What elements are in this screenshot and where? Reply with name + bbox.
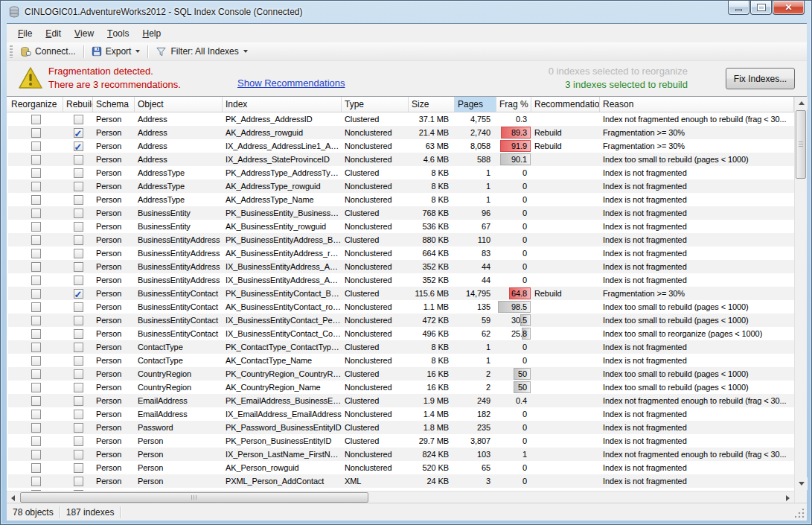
reorganize-checkbox[interactable]	[31, 436, 41, 446]
rebuild-checkbox[interactable]	[74, 276, 83, 285]
rebuild-checkbox[interactable]	[74, 289, 83, 299]
reorganize-checkbox[interactable]	[31, 262, 41, 272]
reorganize-checkbox[interactable]	[31, 356, 41, 366]
reorganize-checkbox[interactable]	[31, 343, 41, 352]
table-row[interactable]: PersonCountryRegionAK_CountryRegion_Name…	[8, 381, 794, 394]
maximize-button[interactable]	[750, 1, 772, 15]
reorganize-checkbox[interactable]	[31, 410, 41, 419]
rebuild-checkbox[interactable]	[74, 463, 83, 473]
rebuild-checkbox[interactable]	[74, 168, 83, 178]
menu-item-tools[interactable]: Tools	[100, 24, 135, 42]
filter-button[interactable]: Filter: All Indexes	[151, 45, 252, 59]
rebuild-checkbox[interactable]	[74, 369, 83, 379]
table-row[interactable]: PersonBusinessEntityAK_BusinessEntity_ro…	[8, 220, 794, 233]
reorganize-checkbox[interactable]	[31, 450, 41, 459]
reorganize-checkbox[interactable]	[31, 155, 41, 165]
table-row[interactable]: PersonBusinessEntityContactPK_BusinessEn…	[8, 287, 794, 300]
rebuild-checkbox[interactable]	[74, 356, 83, 366]
rebuild-checkbox[interactable]	[74, 410, 83, 419]
show-recommendations-link[interactable]: Show Recommendations	[237, 77, 345, 89]
rebuild-checkbox[interactable]	[74, 302, 83, 312]
table-row[interactable]: PersonAddressTypeAK_AddressType_rowguidN…	[8, 179, 794, 193]
fix-indexes-button[interactable]: Fix Indexes...	[726, 68, 795, 89]
column-header-rebuild[interactable]: Rebuild	[63, 97, 93, 112]
table-row[interactable]: PersonAddressPK_Address_AddressIDCluster…	[8, 112, 794, 126]
table-row[interactable]	[8, 488, 794, 491]
scroll-down-button[interactable]	[795, 477, 808, 490]
rebuild-checkbox[interactable]	[74, 155, 83, 165]
table-row[interactable]: PersonBusinessEntityAddressIX_BusinessEn…	[8, 260, 794, 273]
reorganize-checkbox[interactable]	[31, 182, 41, 191]
rebuild-checkbox[interactable]	[74, 115, 83, 124]
table-row[interactable]: PersonPersonPXML_Person_AddContactXML24 …	[8, 474, 794, 488]
reorganize-checkbox[interactable]	[31, 329, 41, 339]
reorganize-checkbox[interactable]	[31, 222, 41, 232]
vertical-scrollbar[interactable]	[794, 97, 807, 503]
reorganize-checkbox[interactable]	[31, 209, 41, 218]
reorganize-checkbox[interactable]	[31, 128, 41, 138]
reorganize-checkbox[interactable]	[31, 235, 41, 245]
column-header-pages[interactable]: Pages	[455, 97, 496, 112]
reorganize-checkbox[interactable]	[31, 316, 41, 325]
rebuild-checkbox[interactable]	[74, 316, 83, 325]
menu-item-help[interactable]: Help	[135, 24, 167, 42]
column-header-index[interactable]: Index	[223, 97, 342, 112]
column-header-schema[interactable]: Schema	[93, 97, 135, 112]
table-row[interactable]: PersonBusinessEntityAddressAK_BusinessEn…	[8, 246, 794, 260]
table-row[interactable]: PersonBusinessEntityContactIX_BusinessEn…	[8, 314, 794, 327]
table-row[interactable]: PersonBusinessEntityAddressPK_BusinessEn…	[8, 233, 794, 246]
rebuild-checkbox[interactable]	[74, 396, 83, 406]
horizontal-scrollbar-thumb[interactable]	[20, 492, 368, 503]
table-row[interactable]: PersonAddressAK_Address_rowguidNoncluste…	[8, 126, 794, 139]
reorganize-checkbox[interactable]	[31, 369, 41, 379]
reorganize-checkbox[interactable]	[31, 195, 41, 205]
column-header-recommendation[interactable]: Recommendation	[531, 97, 600, 112]
rebuild-checkbox[interactable]	[74, 423, 83, 433]
table-row[interactable]: PersonBusinessEntityPK_BusinessEntity_Bu…	[8, 206, 794, 220]
vertical-scrollbar-track[interactable]	[795, 179, 807, 477]
table-row[interactable]: PersonAddressIX_Address_StateProvinceIDN…	[8, 153, 794, 166]
rebuild-checkbox[interactable]	[74, 490, 83, 491]
scroll-up-button[interactable]	[795, 97, 808, 109]
connect-button[interactable]: Connect...	[16, 45, 80, 59]
horizontal-scrollbar-track[interactable]	[369, 491, 781, 503]
table-row[interactable]: PersonBusinessEntityContactAK_BusinessEn…	[8, 300, 794, 314]
reorganize-checkbox[interactable]	[31, 249, 41, 258]
reorganize-checkbox[interactable]	[31, 396, 41, 406]
reorganize-checkbox[interactable]	[31, 477, 41, 486]
column-header-object[interactable]: Object	[135, 97, 223, 112]
rebuild-checkbox[interactable]	[74, 235, 83, 245]
table-row[interactable]: PersonBusinessEntityAddressIX_BusinessEn…	[8, 273, 794, 287]
table-row[interactable]: PersonAddressIX_Address_AddressLine1_Add…	[8, 139, 794, 153]
rebuild-checkbox[interactable]	[74, 195, 83, 205]
rebuild-checkbox[interactable]	[74, 141, 83, 151]
rebuild-checkbox[interactable]	[74, 436, 83, 446]
table-row[interactable]: PersonPersonIX_Person_LastName_FirstNam.…	[8, 448, 794, 461]
rebuild-checkbox[interactable]	[74, 262, 83, 272]
table-row[interactable]: PersonContactTypeAK_ContactType_NameNonc…	[8, 354, 794, 367]
table-row[interactable]: PersonAddressTypeAK_AddressType_NameNonc…	[8, 193, 794, 206]
rebuild-checkbox[interactable]	[74, 222, 83, 232]
reorganize-checkbox[interactable]	[31, 490, 41, 491]
table-row[interactable]: PersonPasswordPK_Password_BusinessEntity…	[8, 421, 794, 434]
table-row[interactable]: PersonEmailAddressPK_EmailAddress_Busine…	[8, 394, 794, 407]
table-row[interactable]: PersonPersonAK_Person_rowguidNonclustere…	[8, 461, 794, 474]
reorganize-checkbox[interactable]	[31, 168, 41, 178]
reorganize-checkbox[interactable]	[31, 115, 41, 124]
table-row[interactable]: PersonAddressTypePK_AddressType_AddressT…	[8, 166, 794, 179]
reorganize-checkbox[interactable]	[31, 289, 41, 299]
column-header-reorganize[interactable]: Reorganize	[8, 97, 63, 112]
menu-item-file[interactable]: File	[11, 24, 39, 42]
reorganize-checkbox[interactable]	[31, 276, 41, 285]
column-header-size[interactable]: Size	[409, 97, 455, 112]
reorganize-checkbox[interactable]	[31, 463, 41, 473]
menu-item-view[interactable]: View	[68, 24, 100, 42]
rebuild-checkbox[interactable]	[74, 383, 83, 392]
column-header-reason[interactable]: Reason	[600, 97, 794, 112]
rebuild-checkbox[interactable]	[74, 329, 83, 339]
table-row[interactable]: PersonEmailAddressIX_EmailAddress_EmailA…	[8, 407, 794, 421]
reorganize-checkbox[interactable]	[31, 302, 41, 312]
table-row[interactable]: PersonBusinessEntityContactIX_BusinessEn…	[8, 327, 794, 340]
rebuild-checkbox[interactable]	[74, 249, 83, 258]
table-row[interactable]: PersonCountryRegionPK_CountryRegion_Coun…	[8, 367, 794, 381]
